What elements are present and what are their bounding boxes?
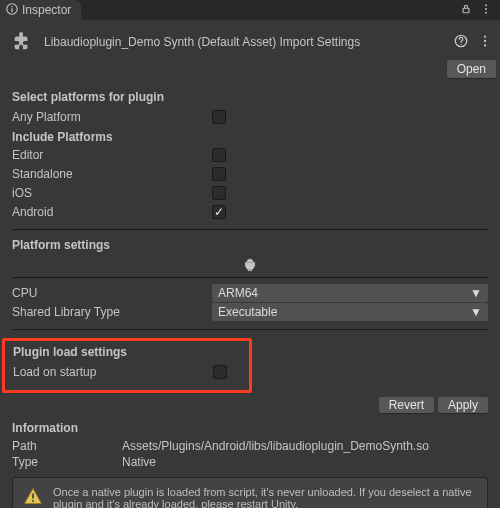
- platform-label: Android: [12, 205, 212, 219]
- open-button[interactable]: Open: [447, 60, 496, 78]
- info-icon: [6, 3, 18, 18]
- svg-point-4: [485, 4, 487, 6]
- warning-box: Once a native plugin is loaded from scri…: [12, 477, 488, 508]
- info-type-value: Native: [122, 455, 156, 469]
- cpu-value: ARM64: [218, 286, 258, 300]
- separator: [12, 329, 488, 330]
- svg-rect-1: [11, 8, 12, 12]
- svg-point-11: [484, 44, 486, 46]
- platform-tab-bar: [12, 256, 488, 278]
- chevron-down-icon: ▼: [470, 286, 482, 300]
- platform-label: Editor: [12, 148, 212, 162]
- svg-rect-3: [463, 8, 469, 13]
- svg-point-9: [484, 35, 486, 37]
- tab-bar: Inspector: [0, 0, 500, 20]
- info-path-value: Assets/Plugins/Android/libs/libaudioplug…: [122, 439, 429, 453]
- inspector-panel: Libaudioplugin_Demo Synth (Default Asset…: [0, 20, 500, 508]
- include-platforms-heading: Include Platforms: [12, 130, 488, 144]
- chevron-down-icon: ▼: [470, 305, 482, 319]
- load-on-startup-row: Load on startup: [13, 363, 241, 381]
- platform-label: iOS: [12, 186, 212, 200]
- cpu-label: CPU: [12, 286, 212, 300]
- context-menu-icon[interactable]: [478, 34, 492, 51]
- separator: [12, 229, 488, 230]
- platform-settings-heading: Platform settings: [12, 238, 488, 252]
- shared-lib-dropdown[interactable]: Executable ▼: [212, 303, 488, 321]
- any-platform-row: Any Platform: [12, 108, 488, 126]
- select-platforms-heading: Select platforms for plugin: [12, 90, 488, 104]
- svg-point-8: [460, 43, 461, 44]
- load-on-startup-label: Load on startup: [13, 365, 213, 379]
- platform-checkbox-editor[interactable]: [212, 148, 226, 162]
- shared-lib-label: Shared Library Type: [12, 305, 212, 319]
- svg-point-6: [485, 11, 487, 13]
- revert-button[interactable]: Revert: [379, 397, 434, 413]
- inspector-tab[interactable]: Inspector: [0, 0, 81, 20]
- plugin-load-settings-heading: Plugin load settings: [13, 345, 241, 359]
- platform-row-android: Android: [12, 203, 488, 221]
- asset-title: Libaudioplugin_Demo Synth (Default Asset…: [44, 35, 446, 49]
- any-platform-checkbox[interactable]: [212, 110, 226, 124]
- load-on-startup-checkbox[interactable]: [213, 365, 227, 379]
- platform-checkbox-ios[interactable]: [212, 186, 226, 200]
- warning-icon: [23, 486, 43, 508]
- platform-row-editor: Editor: [12, 146, 488, 164]
- shared-lib-value: Executable: [218, 305, 277, 319]
- svg-rect-13: [32, 500, 34, 502]
- lock-icon[interactable]: [460, 3, 472, 18]
- any-platform-label: Any Platform: [12, 110, 212, 124]
- info-path-label: Path: [12, 439, 122, 453]
- svg-point-10: [484, 39, 486, 41]
- info-path-row: Path Assets/Plugins/Android/libs/libaudi…: [12, 439, 488, 453]
- platform-row-ios: iOS: [12, 184, 488, 202]
- platform-row-standalone: Standalone: [12, 165, 488, 183]
- platform-label: Standalone: [12, 167, 212, 181]
- platform-checkbox-android[interactable]: [212, 205, 226, 219]
- information-heading: Information: [12, 421, 488, 435]
- platform-checkbox-standalone[interactable]: [212, 167, 226, 181]
- tab-title: Inspector: [22, 3, 71, 17]
- shared-lib-row: Shared Library Type Executable ▼: [12, 303, 488, 321]
- info-type-row: Type Native: [12, 455, 488, 469]
- help-icon[interactable]: [454, 34, 468, 51]
- cpu-dropdown[interactable]: ARM64 ▼: [212, 284, 488, 302]
- cpu-row: CPU ARM64 ▼: [12, 284, 488, 302]
- info-type-label: Type: [12, 455, 122, 469]
- android-icon[interactable]: [243, 258, 257, 275]
- svg-rect-2: [11, 6, 12, 7]
- tab-menu-icon[interactable]: [480, 3, 492, 18]
- asset-header: Libaudioplugin_Demo Synth (Default Asset…: [0, 24, 500, 60]
- apply-button[interactable]: Apply: [438, 397, 488, 413]
- plugin-load-settings-highlight: Plugin load settings Load on startup: [2, 338, 252, 393]
- svg-point-5: [485, 8, 487, 10]
- warning-text: Once a native plugin is loaded from scri…: [53, 486, 477, 508]
- plugin-icon: [8, 28, 36, 56]
- svg-rect-12: [32, 494, 34, 499]
